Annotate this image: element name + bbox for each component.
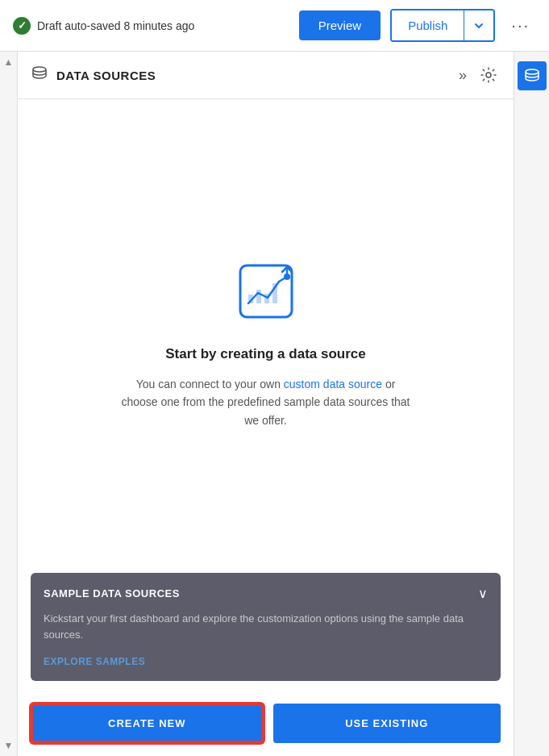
empty-state-title: Start by creating a data source — [165, 346, 365, 362]
sample-card-header: SAMPLE DATA SOURCES ∨ — [44, 586, 488, 601]
panel-header: DATA SOURCES » — [18, 52, 514, 99]
chart-illustration-icon — [234, 259, 298, 324]
bottom-buttons: CREATE NEW USE EXISTING — [18, 694, 514, 756]
auto-save-badge: Draft auto-saved 8 minutes ago — [13, 17, 289, 35]
scroll-up-arrow[interactable]: ▲ — [4, 56, 14, 68]
right-sidebar — [514, 52, 549, 756]
svg-point-0 — [33, 67, 46, 72]
expand-panel-button[interactable]: » — [455, 64, 470, 87]
publish-dropdown-button[interactable] — [464, 10, 493, 40]
svg-rect-6 — [272, 283, 277, 303]
use-existing-button[interactable]: USE EXISTING — [273, 704, 501, 743]
empty-state-description: You can connect to your own custom data … — [121, 375, 411, 429]
svg-rect-4 — [256, 290, 261, 303]
data-sources-panel: DATA SOURCES » — [18, 52, 514, 756]
chart-icon-wrapper — [234, 259, 298, 327]
check-circle-icon — [13, 17, 31, 35]
empty-state: Start by creating a data source You can … — [18, 99, 514, 573]
create-new-button[interactable]: CREATE NEW — [31, 704, 264, 743]
more-options-button[interactable]: ··· — [505, 10, 536, 41]
chevron-down-icon — [472, 19, 485, 32]
gear-icon — [480, 66, 497, 84]
database-active-icon — [523, 67, 541, 85]
sample-data-sources-card: SAMPLE DATA SOURCES ∨ Kickstart your fir… — [31, 573, 501, 681]
svg-rect-5 — [264, 294, 269, 303]
desc-link: custom data source — [284, 378, 382, 391]
top-bar: Draft auto-saved 8 minutes ago Preview P… — [0, 0, 549, 52]
sample-card-chevron-icon[interactable]: ∨ — [478, 586, 488, 601]
svg-rect-3 — [248, 294, 253, 303]
main-content: ▲ ▼ DATA SOURCES » — [0, 52, 549, 756]
data-sources-sidebar-icon[interactable] — [518, 61, 547, 90]
preview-button[interactable]: Preview — [299, 10, 381, 40]
scroll-down-arrow[interactable]: ▼ — [4, 740, 14, 751]
sample-card-title: SAMPLE DATA SOURCES — [44, 587, 180, 599]
auto-save-text: Draft auto-saved 8 minutes ago — [37, 19, 194, 32]
svg-point-9 — [526, 69, 539, 74]
database-icon — [31, 65, 48, 86]
forward-arrows-icon: » — [459, 67, 467, 84]
panel-title: DATA SOURCES — [56, 69, 447, 82]
desc-part1: You can connect to your own — [136, 378, 284, 391]
explore-samples-link[interactable]: EXPLORE SAMPLES — [44, 656, 145, 667]
publish-group: Publish — [390, 9, 495, 42]
publish-button[interactable]: Publish — [392, 10, 464, 40]
panel-header-actions: » — [455, 63, 501, 87]
settings-button[interactable] — [476, 63, 501, 87]
left-scroll-sidebar: ▲ ▼ — [0, 52, 18, 756]
svg-rect-2 — [240, 265, 292, 317]
sample-card-description: Kickstart your first dashboard and explo… — [44, 611, 488, 642]
svg-point-1 — [486, 73, 491, 77]
